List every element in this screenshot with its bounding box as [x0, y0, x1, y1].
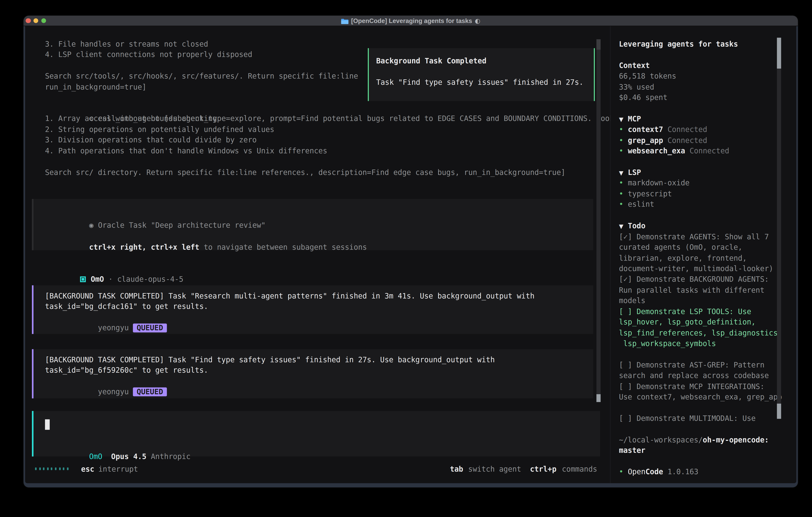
todo-line: Use context7, websearch_exa, grep_app [619, 392, 793, 403]
status-badge: QUEUED [133, 387, 167, 396]
tool-call-line: 2. String operations on potentially unde… [45, 124, 632, 135]
input-provider-name: Anthropic [151, 453, 191, 461]
terminal-window: [OpenCode] Leveraging agents for tasks ◐… [24, 16, 798, 487]
background-task-card: [BACKGROUND TASK COMPLETED] Task "Resear… [32, 285, 593, 334]
bullet-icon: • [619, 145, 628, 156]
folder-icon [341, 18, 348, 24]
mcp-name: context7 [628, 125, 663, 134]
lsp-item: •eslint [619, 199, 793, 210]
task-message-line: [BACKGROUND TASK COMPLETED] Task "Find t… [45, 354, 495, 365]
window-title: [OpenCode] Leveraging agents for tasks ◐ [24, 16, 798, 26]
agent-name: OmO [91, 275, 104, 283]
todo-section-header[interactable]: ▼Todo [619, 220, 793, 231]
scrollback-line: 3. File handles or streams not closed [45, 38, 358, 49]
context-tokens: 66,518 tokens [619, 71, 793, 82]
mcp-section-header[interactable]: ▼MCP [619, 113, 793, 124]
sidebar-scrollbar-track[interactable] [777, 38, 781, 419]
mcp-status: Connected [668, 125, 707, 134]
tool-call-line [45, 156, 632, 167]
workspace-info: ~/local-workspaces/oh-my-opencode: maste… [619, 434, 793, 456]
status-badge: QUEUED [133, 324, 167, 332]
tool-call-line: 3. Division operations that could divide… [45, 135, 632, 145]
todo-line: [✓] Demonstrate AGENTS: Show all 7 [619, 231, 793, 242]
oracle-task-block: ◉Oracle Task "Deep architecture review" … [32, 199, 593, 250]
background-task-card: [BACKGROUND TASK COMPLETED] Task "Find t… [32, 349, 593, 399]
sidebar-scrollbar-thumb-bottom[interactable] [777, 404, 781, 419]
todo-item-active: [ ] Demonstrate LSP TOOLS: Use lsp_hover… [619, 306, 793, 349]
mcp-heading: MCP [628, 114, 641, 123]
task-message-line: task_id="bg_6f59260c" to get results. [45, 365, 495, 376]
scrollback-line: Search src/tools/, src/hooks/, src/featu… [45, 71, 358, 82]
notification-body: Task "Find type safety issues" finished … [376, 77, 583, 88]
todo-item: [✓] Demonstrate AGENTS: Show all 7 curat… [619, 231, 793, 274]
todo-line: [ ] Demonstrate MCP INTEGRATIONS: [619, 381, 793, 392]
todo-line: lsp_find_references, lsp_diagnostics, [619, 327, 793, 338]
lsp-heading: LSP [628, 168, 641, 176]
task-user: yeongyu [98, 387, 129, 396]
ctrlp-key-label: commands [562, 465, 597, 474]
agent-icon [80, 276, 86, 282]
agent-model: claude-opus-4-5 [117, 275, 183, 283]
scrollback-line: 4. LSP client connections not properly d… [45, 49, 358, 60]
main-scrollbar-track[interactable] [597, 39, 601, 402]
workspace-path: ~/local-workspaces/ [619, 436, 703, 444]
lsp-name: markdown-oxide [628, 179, 690, 187]
chevron-down-icon: ▼ [619, 114, 628, 124]
bullet-icon: • [619, 199, 628, 210]
todo-item: [✓] Demonstrate BACKGROUND AGENTS: Run p… [619, 274, 793, 306]
agent-header: OmO · claude-opus-4-5 [45, 263, 183, 274]
context-heading: Context [619, 60, 793, 71]
session-sidebar: Leveraging agents for tasks Context 66,5… [611, 26, 796, 483]
todo-line: search and replace across codebase [619, 370, 793, 381]
app-name-bold: Code [645, 468, 663, 476]
mcp-status: Connected [690, 147, 729, 155]
task-user: yeongyu [98, 324, 129, 332]
scrollback-line [45, 60, 358, 71]
esc-key-label: interrupt [98, 465, 138, 474]
context-used: 33% used [619, 81, 793, 92]
todo-line: document-writer, multimodal-looker) [619, 263, 793, 274]
app-name: Open [628, 468, 645, 476]
bullet-icon: • [619, 135, 628, 146]
model-row: OmO Opus 4.5 Anthropic [45, 441, 191, 452]
tool-call-output: ⚙call_omo_agent [subagent_type=explore, … [45, 103, 632, 178]
input-agent-name: OmO [89, 453, 102, 461]
todo-line: lsp_hover, lsp_goto_definition, [619, 317, 793, 328]
todo-line: models [619, 296, 793, 306]
session-title: Leveraging agents for tasks [619, 38, 793, 49]
scrollback-top: 3. File handles or streams not closed 4.… [45, 38, 358, 92]
tab-key-hint: tab [450, 465, 463, 474]
opencode-version-line: •OpenCode 1.0.163 [619, 467, 793, 478]
notification-toast[interactable]: Background Task Completed Task "Find typ… [368, 48, 595, 101]
lsp-section-header[interactable]: ▼LSP [619, 167, 793, 178]
oracle-task-title: Oracle Task "Deep architecture review" [98, 221, 265, 229]
mcp-name: grep_app [628, 136, 663, 144]
mcp-item: •context7 Connected [619, 124, 793, 135]
sidebar-scrollbar-thumb[interactable] [777, 38, 781, 69]
oracle-hint-keys: ctrl+x right, ctrl+x left [89, 243, 199, 251]
task-message-line: task_id="bg_dcfac161" to get results. [45, 301, 534, 312]
window-titlebar[interactable]: [OpenCode] Leveraging agents for tasks ◐ [24, 16, 798, 26]
mcp-status: Connected [668, 136, 707, 144]
prompt-input[interactable]: OmO Opus 4.5 Anthropic [32, 411, 600, 457]
main-scrollbar-cap [597, 39, 601, 50]
lsp-name: eslint [628, 200, 654, 209]
todo-line: librarian, explore, frontend, [619, 253, 793, 264]
app-version: 1.0.163 [668, 468, 698, 476]
todo-item: [ ] Demonstrate AST-GREP: Pattern search… [619, 360, 793, 381]
mcp-name: websearch_exa [628, 147, 685, 155]
todo-line: [ ] Demonstrate AST-GREP: Pattern [619, 360, 793, 371]
todo-line: curated agents (OmO, oracle, [619, 242, 793, 253]
mcp-item: •grep_app Connected [619, 135, 793, 146]
todo-line: [ ] Demonstrate LSP TOOLS: Use [619, 306, 793, 317]
todo-line: lsp_workspace_symbols [619, 338, 793, 349]
input-model-name: Opus 4.5 [111, 453, 146, 461]
todo-line: Run parallel tasks with different [619, 285, 793, 296]
main-scrollbar-thumb[interactable] [597, 394, 601, 402]
workspace-repo: oh-my-opencode: [703, 436, 769, 444]
fisheye-icon: ◉ [89, 220, 98, 231]
bullet-icon: • [619, 188, 628, 199]
dot-separator: · [108, 275, 113, 283]
esc-key-hint: esc [81, 465, 94, 474]
terminal-content: 3. File handles or streams not closed 4.… [25, 26, 796, 483]
